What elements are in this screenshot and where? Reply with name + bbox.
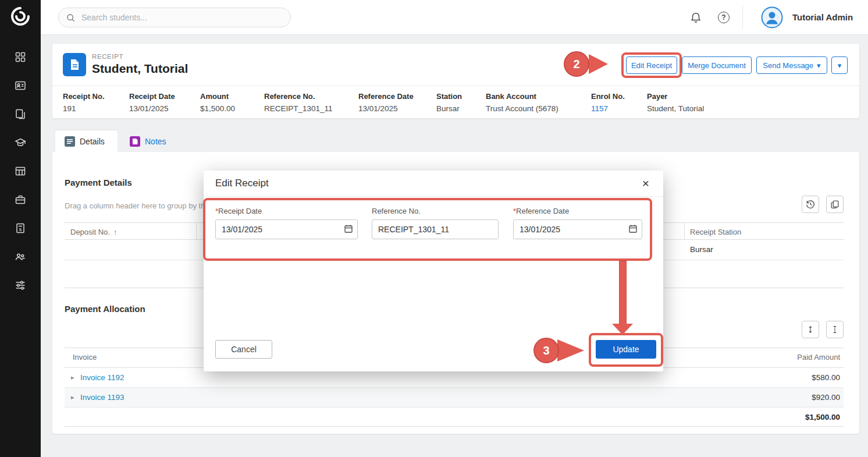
reference-date-label: *Reference Date <box>513 207 642 215</box>
sidebar-item-academics[interactable] <box>15 137 26 148</box>
help-button[interactable]: ? <box>716 10 731 25</box>
dashboard-icon <box>15 51 26 63</box>
copy-icon <box>830 199 840 210</box>
payment-allocation-heading: Payment Allocation <box>65 304 145 314</box>
field-value: 191 <box>63 104 105 113</box>
column-header-deposit-no[interactable]: Deposit No.↑ <box>65 223 196 241</box>
field-reference-date: Reference Date 13/01/2025 <box>358 92 414 113</box>
send-message-label: Send Message <box>763 61 813 70</box>
search-box <box>58 8 291 27</box>
reference-date-input[interactable] <box>513 219 642 239</box>
collapse-all-button[interactable] <box>826 321 844 338</box>
copy-button[interactable] <box>826 196 844 213</box>
annotation-arrow-2-icon <box>589 54 608 74</box>
user-name[interactable]: Tutorial Admin <box>792 12 853 22</box>
field-value: Student, Tutorial <box>647 104 704 113</box>
field-payer: Payer Student, Tutorial <box>647 92 704 113</box>
field-bank-account: Bank Account Trust Account (5678) <box>486 92 558 113</box>
edit-receipt-label: Edit Receipt <box>631 61 672 70</box>
notes-tab-icon <box>130 136 140 147</box>
field-label: Receipt Date <box>129 92 175 101</box>
notifications-button[interactable] <box>688 10 703 25</box>
tab-notes[interactable]: Notes <box>120 130 176 152</box>
people-icon <box>15 251 26 263</box>
tab-details-label: Details <box>80 137 105 146</box>
annotation-step-3: 3 <box>533 338 559 363</box>
sidebar-item-settings[interactable] <box>15 279 26 291</box>
field-value: RECEIPT_1301_11 <box>264 104 333 113</box>
topbar: ? Tutorial Admin <box>41 0 868 35</box>
annotation-step-2: 2 <box>564 51 589 77</box>
field-label: Bank Account <box>486 92 558 101</box>
field-value: $1,500.00 <box>200 104 235 113</box>
field-amount: Amount $1,500.00 <box>200 92 235 113</box>
paid-amount-cell: $920.00 <box>812 393 840 402</box>
sidebar-item-community[interactable] <box>15 251 26 263</box>
sidebar-item-contacts[interactable] <box>15 80 26 91</box>
sidebar-item-dashboard[interactable] <box>15 51 26 63</box>
graduation-cap-icon <box>15 137 26 148</box>
sidebar-nav: $ <box>0 51 41 291</box>
field-receipt-date: Receipt Date 13/01/2025 <box>129 92 175 113</box>
reference-no-field: Reference No. <box>372 207 499 239</box>
topbar-divider <box>742 6 743 29</box>
field-receipt-no: Receipt No. 191 <box>63 92 105 113</box>
expand-all-button[interactable] <box>802 321 819 338</box>
receipt-doc-icon <box>63 53 86 76</box>
close-icon[interactable]: × <box>638 175 654 192</box>
app-logo-icon[interactable] <box>10 6 31 27</box>
annotation-arrow-down-shaft <box>619 260 627 324</box>
history-button[interactable] <box>802 196 819 213</box>
field-value: Trust Account (5678) <box>486 104 558 113</box>
row-expander-icon[interactable]: ▸ <box>71 374 74 381</box>
field-label: Reference No. <box>264 92 333 101</box>
field-label: Enrol No. <box>591 92 625 101</box>
field-value: Bursar <box>436 104 462 113</box>
row-expander-icon[interactable]: ▸ <box>71 394 74 401</box>
search-icon <box>66 13 76 23</box>
invoice-link[interactable]: Invoice 1192 <box>80 373 124 382</box>
edit-receipt-button[interactable]: Edit Receipt <box>626 56 677 74</box>
reference-date-field: *Reference Date <box>513 207 642 239</box>
cancel-button[interactable]: Cancel <box>215 340 272 359</box>
help-icon: ? <box>718 12 730 23</box>
tab-details[interactable]: Details <box>55 130 118 152</box>
search-input[interactable] <box>80 12 283 23</box>
receipt-date-input[interactable] <box>215 219 358 239</box>
allocation-total-row: $1,500.00 <box>65 408 844 427</box>
column-header-paid-amount[interactable]: Paid Amount <box>797 353 840 362</box>
allocation-row-2[interactable]: ▸ Invoice 1193 $920.00 <box>65 388 844 408</box>
history-icon <box>805 199 816 210</box>
svg-text:$: $ <box>19 227 22 232</box>
expand-rows-icon <box>806 325 815 334</box>
merge-document-button[interactable]: Merge Document <box>682 56 752 74</box>
calendar-icon[interactable] <box>343 224 354 235</box>
calendar-icon[interactable] <box>628 224 638 235</box>
sort-asc-icon[interactable]: ↑ <box>113 228 118 236</box>
user-avatar-icon <box>761 6 783 29</box>
receipt-date-field: *Receipt Date <box>215 207 358 239</box>
sidebar-item-finance[interactable]: $ <box>15 222 26 234</box>
page-title: Student, Tutorial <box>92 62 188 76</box>
avatar[interactable] <box>761 6 783 29</box>
more-actions-button[interactable]: ▾ <box>831 56 848 74</box>
column-header-receipt-station[interactable]: Receipt Station <box>684 223 844 241</box>
sidebar-item-documents[interactable] <box>15 108 26 120</box>
annotation-arrow-3-icon <box>557 339 584 362</box>
reference-no-input[interactable] <box>372 219 499 239</box>
send-message-button[interactable]: Send Message ▾ <box>756 56 827 74</box>
field-reference-no: Reference No. RECEIPT_1301_11 <box>264 92 333 113</box>
receipt-station-cell: Bursar <box>690 245 713 254</box>
edit-receipt-modal: Edit Receipt × *Receipt Date Reference N… <box>204 171 663 371</box>
update-button[interactable]: Update <box>596 340 656 359</box>
collapse-rows-icon <box>830 325 839 334</box>
field-value: 13/01/2025 <box>358 104 414 113</box>
sidebar-item-tables[interactable] <box>15 165 26 177</box>
merge-document-label: Merge Document <box>688 61 746 70</box>
sidebar-item-briefcase[interactable] <box>15 194 26 206</box>
invoice-link[interactable]: Invoice 1193 <box>80 393 124 402</box>
field-label: Amount <box>200 92 235 101</box>
field-value: 13/01/2025 <box>129 104 175 113</box>
total-paid-amount: $1,500.00 <box>805 413 840 421</box>
enrol-no-link[interactable]: 1157 <box>591 104 625 113</box>
